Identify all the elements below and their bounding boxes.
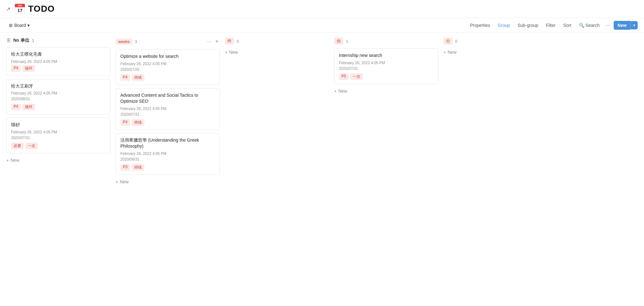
card[interactable]: 活用希臘哲學 (Understanding the Greek Philosop… [116,133,220,175]
board-icon: ⊞ [9,23,13,28]
tag-jixu: 持续 [132,164,144,171]
calendar-month: JUL [15,4,25,7]
new-dropdown-button[interactable]: ▾ [630,21,638,29]
card-due: 2020/07/31 [339,66,434,71]
column-options-weeks: ··· + [205,38,220,46]
plus-icon: + [334,89,337,94]
column-fen: 份 1 Internship new search February 26, 2… [334,38,438,95]
new-card-button-fen2[interactable]: + New [443,48,456,56]
card-date: February 26, 2022 4:05 PM [120,62,215,66]
header: ↗ JUL 17 TODO [0,0,644,18]
new-button-group: New ▾ [614,21,638,30]
app-icon: JUL 17 [14,3,26,15]
database-icon: 🗄 [6,38,11,43]
column-header-no-group: 🗄 No 单位 3 [6,38,111,43]
card[interactable]: Advanced Content and Social Tactics to O… [116,88,220,130]
board: 🗄 No 单位 3 给大王喂化毛膏 February 26, 2022 4:05… [0,33,644,304]
card[interactable]: Optimize a website for search February 2… [116,49,220,85]
card-date: February 26, 2022 4:05 PM [120,107,215,111]
column-fen2: 分 0 + New [443,38,548,56]
card-due: 2020/08/31 [120,157,215,162]
tag-p3: P3 [120,164,130,171]
card[interactable]: 给大王刷牙 February 26, 2022 4:05 PM 2020/08/… [6,79,111,115]
tag-xunhuan: 循环 [22,65,35,72]
toolbar: ⊞ Board ▾ Properties Group Sub-group Fil… [0,18,644,33]
column-tag-fen2: 分 [443,38,453,45]
card-due: 2020/08/31 [11,97,106,101]
column-weeks: weeks 3 ··· + Optimize a website for sea… [116,38,220,186]
properties-button[interactable]: Properties [467,21,493,29]
tag-jixu: 持续 [132,74,144,81]
board-view-button[interactable]: ⊞ Board ▾ [6,21,32,29]
new-label: New [338,89,347,94]
card[interactable]: Internship new search February 26, 2022 … [334,48,438,84]
new-label: New [10,158,19,163]
new-card-button-no-group[interactable]: + New [6,156,19,164]
column-add-button-weeks[interactable]: + [214,38,220,46]
column-count-jian: 0 [237,39,239,44]
column-count-weeks: 3 [135,39,137,44]
card-title: 给大王刷牙 [11,83,106,89]
column-header-jian: 件 0 [225,38,329,45]
new-card-button-weeks[interactable]: + New [116,178,129,186]
card-due: 2020/07/31 [120,112,215,117]
column-no-group: 🗄 No 单位 3 给大王喂化毛膏 February 26, 2022 4:05… [6,38,111,164]
plus-icon: + [116,179,118,184]
card-tags: P4 持续 [120,119,215,126]
column-header-fen: 份 1 [334,38,438,45]
card-title: Optimize a website for search [120,53,215,60]
card[interactable]: 给大王喂化毛膏 February 26, 2022 4:05 PM P4 循环 [6,47,111,76]
card-due: 2020/07/26 [120,67,215,72]
toolbar-right: Properties Group Sub-group Filter Sort 🔍… [467,21,638,30]
new-card-button-fen[interactable]: + New [334,87,347,95]
tag-p4: P4 [120,119,130,126]
plus-icon: + [225,50,227,55]
column-count-fen2: 0 [455,39,457,44]
tag-p4: P4 [120,74,130,81]
column-title-no-group: No 单位 [13,38,29,43]
search-label: Search [586,23,599,28]
new-label: New [448,50,456,55]
more-options-button[interactable]: ··· [604,21,612,30]
column-header-fen2: 分 0 [443,38,548,45]
plus-icon: + [6,158,9,163]
tag-p4: P4 [11,104,21,110]
card[interactable]: 猫砂 February 26, 2022 4:05 PM 2020/07/31 … [6,118,111,153]
subgroup-button[interactable]: Sub-group [515,21,541,29]
sort-button[interactable]: Sort [560,21,575,29]
card-date: February 26, 2022 4:05 PM [120,151,215,156]
plus-icon: + [443,50,446,55]
tag-p5: P5 [339,73,349,80]
search-button[interactable]: 🔍 Search [576,21,603,29]
card-title: Advanced Content and Social Tactics to O… [120,92,215,105]
group-button[interactable]: Group [495,21,513,29]
tag-xunhuan: 循环 [22,104,35,110]
filter-button[interactable]: Filter [543,21,559,29]
external-link-icon: ↗ [6,6,10,12]
new-label: New [229,50,238,55]
column-tag-jian: 件 [225,38,234,45]
tag-yici: 一次 [350,73,363,80]
new-main-button[interactable]: New [614,21,630,30]
app-title: TODO [28,4,55,14]
calendar-icon: JUL 17 [15,4,25,14]
card-date: February 26, 2022 4:05 PM [11,59,106,64]
column-count-no-group: 3 [32,38,34,43]
card-title: 给大王喂化毛膏 [11,51,106,58]
card-date: February 26, 2022 4:05 PM [11,91,106,95]
column-tag-fen: 份 [334,38,343,45]
board-dropdown-icon: ▾ [27,23,30,28]
column-more-button-weeks[interactable]: ··· [205,38,213,45]
card-date: February 26, 2022 4:05 PM [11,130,106,134]
new-label: New [120,179,129,184]
card-tags: P4 持续 [120,74,215,81]
card-title: 活用希臘哲學 (Understanding the Greek Philosop… [120,137,215,150]
tag-biyao: 必要 [11,143,24,149]
header-left: ↗ JUL 17 TODO [6,3,55,15]
card-due: 2020/07/31 [11,136,106,140]
tag-p4: P4 [11,65,21,72]
new-card-button-jian[interactable]: + New [225,48,238,56]
card-tags: P4 循环 [11,65,106,72]
card-tags: P5 一次 [339,73,434,80]
card-tags: P4 循环 [11,104,106,110]
